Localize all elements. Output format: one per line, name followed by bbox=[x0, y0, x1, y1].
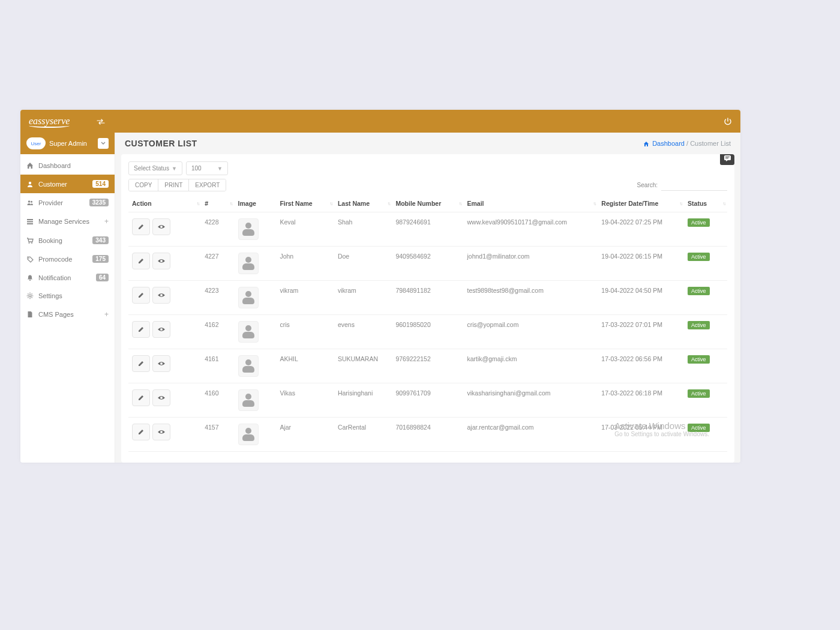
cell-mobile: 9601985020 bbox=[392, 315, 463, 349]
edit-button[interactable] bbox=[132, 389, 150, 406]
view-button[interactable] bbox=[152, 287, 170, 304]
cell-register: 17-03-2022 05:44 PM bbox=[598, 418, 684, 452]
collapse-toggle-icon[interactable] bbox=[97, 117, 105, 126]
pagesize-select[interactable]: 100 ▼ bbox=[186, 161, 228, 175]
svg-point-2 bbox=[31, 200, 32, 202]
view-button[interactable] bbox=[152, 355, 170, 372]
col-status[interactable]: Status↑↓ bbox=[684, 195, 727, 212]
col-register[interactable]: Register Date/Time↑↓ bbox=[598, 195, 684, 212]
cell-email: kartik@gmaji.ckm bbox=[464, 349, 598, 383]
home-icon bbox=[643, 141, 649, 147]
avatar bbox=[238, 218, 259, 240]
nav-label: Promocode bbox=[38, 256, 88, 263]
top-bar: eassyserve bbox=[20, 110, 740, 133]
svg-line-17 bbox=[32, 293, 32, 294]
edit-button[interactable] bbox=[132, 218, 150, 235]
sidebar-item-customer[interactable]: Customer514 bbox=[20, 175, 115, 193]
view-button[interactable] bbox=[152, 218, 170, 235]
nav-label: Provider bbox=[38, 199, 85, 206]
col-mobile[interactable]: Mobile Number↑↓ bbox=[392, 195, 463, 212]
cell-first-name: Ajar bbox=[276, 418, 334, 452]
nav-label: Dashboard bbox=[38, 162, 109, 169]
print-button[interactable]: PRINT bbox=[158, 179, 189, 191]
view-button[interactable] bbox=[152, 424, 170, 440]
svg-rect-3 bbox=[27, 219, 33, 220]
edit-button[interactable] bbox=[132, 321, 150, 338]
cell-mobile: 7016898824 bbox=[392, 418, 463, 452]
logout-icon[interactable] bbox=[724, 116, 732, 126]
table-row: 4227JohnDoe9409584692johnd1@milinator.co… bbox=[128, 247, 727, 281]
cell-email: vikasharisinghani@gmail.com bbox=[464, 383, 598, 418]
col-email[interactable]: Email↑↓ bbox=[464, 195, 598, 212]
edit-button[interactable] bbox=[132, 253, 150, 269]
svg-line-15 bbox=[28, 293, 28, 294]
svg-point-28 bbox=[160, 431, 163, 433]
sidebar-item-provider[interactable]: Provider3235 bbox=[20, 193, 115, 212]
nav-label: Manage Services bbox=[38, 218, 100, 225]
cell-mobile: 9099761709 bbox=[392, 383, 463, 418]
export-button-group: COPY PRINT EXPORT bbox=[128, 179, 226, 191]
avatar bbox=[238, 424, 259, 445]
cell-id: 4160 bbox=[201, 383, 234, 418]
status-select[interactable]: Select Status ▼ bbox=[128, 161, 182, 175]
edit-button[interactable] bbox=[132, 287, 150, 304]
main-area: CUSTOMER LIST Dashboard / Customer List bbox=[115, 133, 740, 463]
nav-badge: 3235 bbox=[89, 199, 109, 206]
nav-badge: 343 bbox=[92, 236, 109, 244]
breadcrumb-dashboard-link[interactable]: Dashboard bbox=[643, 140, 686, 147]
content-card: Select Status ▼ 100 ▼ COPY PRINT EXPORT bbox=[121, 154, 734, 463]
table-row: 4228KevalShah9879246691www.keval99095101… bbox=[128, 212, 727, 247]
sidebar-item-manage-services[interactable]: Manage Services+ bbox=[20, 212, 115, 231]
sidebar-item-dashboard[interactable]: Dashboard bbox=[20, 157, 115, 175]
view-button[interactable] bbox=[152, 389, 170, 406]
cell-register: 19-04-2022 04:50 PM bbox=[598, 281, 684, 315]
view-button[interactable] bbox=[152, 321, 170, 338]
bell-icon bbox=[26, 274, 34, 281]
chat-fab[interactable] bbox=[720, 154, 734, 165]
col-id[interactable]: #↑↓ bbox=[201, 195, 234, 212]
cell-first-name: Keval bbox=[276, 212, 334, 247]
page-title: CUSTOMER LIST bbox=[125, 139, 197, 148]
app-window: eassyserve User Super Admin DashboardCus… bbox=[20, 110, 740, 463]
col-action[interactable]: Action↑↓ bbox=[128, 195, 201, 212]
user-block[interactable]: User Super Admin bbox=[20, 133, 115, 154]
copy-button[interactable]: COPY bbox=[129, 179, 158, 191]
edit-button[interactable] bbox=[132, 424, 150, 440]
sidebar: User Super Admin DashboardCustomer514Pro… bbox=[20, 133, 115, 463]
chevron-down-icon[interactable] bbox=[98, 138, 109, 149]
cell-email: ajar.rentcar@gmail.com bbox=[464, 418, 598, 452]
svg-point-8 bbox=[28, 257, 29, 259]
col-first-name[interactable]: First Name↑↓ bbox=[276, 195, 334, 212]
svg-point-6 bbox=[29, 242, 30, 244]
table-row: 4223vikramvikram7984891182test9898test98… bbox=[128, 281, 727, 315]
cell-first-name: cris bbox=[276, 315, 334, 349]
search-input[interactable] bbox=[661, 180, 727, 191]
search-wrap: Search: bbox=[637, 180, 727, 191]
svg-rect-5 bbox=[27, 223, 33, 224]
sidebar-item-cms-pages[interactable]: CMS Pages+ bbox=[20, 305, 115, 324]
svg-point-10 bbox=[29, 295, 31, 297]
cart-icon bbox=[26, 237, 34, 244]
sidebar-item-promocode[interactable]: Promocode175 bbox=[20, 250, 115, 268]
avatar bbox=[238, 321, 259, 343]
status-badge: Active bbox=[688, 287, 710, 295]
col-image: Image bbox=[235, 195, 277, 212]
status-badge: Active bbox=[688, 253, 710, 261]
edit-button[interactable] bbox=[132, 355, 150, 372]
cell-last-name: vikram bbox=[334, 281, 392, 315]
sidebar-item-booking[interactable]: Booking343 bbox=[20, 231, 115, 250]
nav-label: Booking bbox=[38, 237, 88, 244]
cell-mobile: 9409584692 bbox=[392, 247, 463, 281]
svg-point-23 bbox=[160, 260, 163, 262]
status-badge: Active bbox=[688, 321, 710, 329]
view-button[interactable] bbox=[152, 253, 170, 269]
sidebar-item-settings[interactable]: Settings bbox=[20, 287, 115, 305]
col-last-name[interactable]: Last Name↑↓ bbox=[334, 195, 392, 212]
sidebar-item-notification[interactable]: Notification64 bbox=[20, 268, 115, 287]
cell-id: 4223 bbox=[201, 281, 234, 315]
svg-rect-4 bbox=[27, 221, 33, 223]
cell-email: www.keval9909510171@gmail.com bbox=[464, 212, 598, 247]
cell-id: 4161 bbox=[201, 349, 234, 383]
export-button[interactable]: EXPORT bbox=[189, 179, 226, 191]
toolbar-row: COPY PRINT EXPORT Search: bbox=[128, 179, 727, 191]
